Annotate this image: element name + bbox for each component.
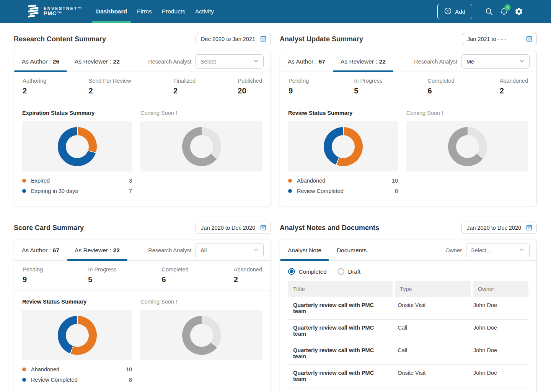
stat-pending: Pending 9 bbox=[289, 78, 309, 95]
nav-icons: 3 bbox=[484, 7, 523, 16]
radio-draft[interactable]: Draft bbox=[337, 268, 361, 275]
stat-send-for-review: Send For Review 2 bbox=[88, 78, 131, 95]
nav-item-firms[interactable]: Firms bbox=[132, 0, 157, 23]
add-button[interactable]: Add bbox=[437, 4, 472, 19]
calendar-icon[interactable] bbox=[526, 35, 533, 43]
table-row[interactable]: Quarterly review call with PMC team Call… bbox=[288, 320, 528, 342]
stat-abandoned: Abandoned 2 bbox=[234, 266, 262, 284]
tab-active-underline bbox=[67, 259, 127, 261]
research-analyst-label: Research Analyst bbox=[148, 247, 191, 253]
owner-select[interactable]: Select... bbox=[466, 243, 530, 257]
top-nav-bar: ENVESTNET™ PMC™ Dashboard Firms Products… bbox=[0, 0, 551, 23]
coming-soon-title: Coming Soon ! bbox=[140, 299, 262, 305]
calendar-icon[interactable] bbox=[260, 224, 267, 232]
tab-active-underline bbox=[14, 70, 67, 72]
tab-analyst-note[interactable]: Analyst Note bbox=[280, 240, 329, 260]
primary-nav: Dashboard Firms Products Activity bbox=[91, 0, 219, 23]
analyst-update-summary-section: Analyst Update Summary Jan 2021 to - - -… bbox=[280, 33, 537, 206]
active-tab-underline bbox=[92, 21, 131, 23]
review-status-donut bbox=[58, 316, 97, 355]
review-status-legend: Abandoned 10 Review Completed 8 bbox=[22, 360, 132, 391]
calendar-icon[interactable] bbox=[526, 224, 533, 232]
update-analyst-select[interactable]: Me bbox=[461, 54, 530, 69]
research-date-range-picker[interactable]: Dec 2020 to Jan 2021 bbox=[196, 33, 271, 45]
radio-unselected-icon[interactable] bbox=[337, 268, 344, 275]
nav-item-activity[interactable]: Activity bbox=[190, 0, 219, 23]
review-status-chart bbox=[22, 310, 132, 360]
analyst-update-summary-card: As Author : 67 As Reviewer : 22 Research… bbox=[280, 51, 537, 206]
coming-soon-donut bbox=[182, 127, 221, 166]
donut-hole bbox=[332, 135, 355, 158]
research-analyst-label: Research Analyst bbox=[414, 59, 457, 65]
stat-published: Published 20 bbox=[238, 78, 262, 95]
stat-in-progress: In Progress 5 bbox=[354, 78, 382, 95]
coming-soon-donut bbox=[182, 316, 221, 355]
nav-item-products[interactable]: Products bbox=[157, 0, 190, 23]
tab-score-as-author[interactable]: As Author : 67 bbox=[14, 240, 67, 260]
stat-in-progress: In Progress 5 bbox=[88, 266, 116, 284]
analyst-update-date-range-picker[interactable]: Jan 2021 to - - - bbox=[462, 33, 537, 45]
brand-text: ENVESTNET™ PMC™ bbox=[44, 6, 83, 16]
research-analyst-label: Research Analyst bbox=[148, 59, 191, 65]
legend-dot-orange bbox=[288, 179, 292, 183]
plus-circle-icon bbox=[444, 7, 452, 16]
settings-gear-icon[interactable] bbox=[514, 7, 523, 16]
expiration-status-legend: Expired 3 Expiring in 30 days 7 bbox=[22, 172, 132, 202]
score-analyst-select[interactable]: All bbox=[196, 243, 264, 257]
table-row[interactable]: Quarterly review call with PMC team Onsi… bbox=[288, 387, 528, 392]
tab-documents[interactable]: Documents bbox=[329, 240, 374, 260]
legend-item-expiring-30-days: Expiring in 30 days 7 bbox=[22, 188, 132, 194]
legend-dot-blue bbox=[22, 378, 26, 382]
research-content-summary-section: Research Content Summary Dec 2020 to Jan… bbox=[14, 33, 271, 206]
legend-item-review-completed: Review Completed 8 bbox=[22, 377, 132, 383]
review-status-donut bbox=[324, 127, 363, 166]
notification-count-badge: 3 bbox=[504, 4, 511, 11]
update-stats-row: Pending 9 In Progress 5 Completed 6 Aban… bbox=[280, 72, 536, 102]
legend-dot-blue bbox=[22, 189, 26, 193]
stat-abandoned: Abandoned 2 bbox=[500, 78, 528, 95]
tab-active-underline bbox=[333, 70, 393, 72]
chevron-down-icon bbox=[519, 247, 525, 253]
score-card-date-range-picker[interactable]: Jan 2020 to Dec 2020 bbox=[196, 222, 271, 234]
tab-research-as-reviewer[interactable]: As Reviewer : 22 bbox=[67, 51, 127, 72]
calendar-icon[interactable] bbox=[260, 35, 267, 43]
nav-item-dashboard[interactable]: Dashboard bbox=[91, 0, 132, 23]
legend-dot-orange bbox=[22, 368, 26, 371]
analyst-notes-date-range-picker[interactable]: Jan 2020 to Dec 2020 bbox=[461, 222, 537, 234]
table-header-row: Tittle Type Owner bbox=[288, 281, 528, 297]
note-status-radio-group: Completed Draft bbox=[280, 261, 536, 281]
stat-finalized: Finalized 2 bbox=[173, 78, 196, 95]
donut-hole bbox=[190, 324, 213, 347]
table-row[interactable]: Quarterly review call with PMC team Onsi… bbox=[288, 297, 528, 320]
tab-active-underline bbox=[280, 259, 329, 261]
donut-hole bbox=[66, 135, 89, 158]
radio-selected-icon[interactable] bbox=[288, 268, 295, 275]
research-analyst-select[interactable]: Select bbox=[196, 54, 264, 69]
chevron-down-icon bbox=[253, 58, 259, 65]
expiration-status-donut bbox=[58, 127, 97, 166]
search-icon[interactable] bbox=[484, 7, 494, 16]
tab-update-as-author[interactable]: As Author : 67 bbox=[280, 51, 333, 72]
brand-line-pmc: PMC™ bbox=[44, 11, 83, 16]
radio-completed[interactable]: Completed bbox=[288, 268, 327, 275]
donut-hole bbox=[456, 135, 479, 158]
legend-item-review-completed: Review Completed 8 bbox=[288, 188, 398, 194]
tab-update-as-reviewer[interactable]: As Reviewer : 22 bbox=[333, 51, 393, 72]
section-title-analyst-notes: Analyst Notes and Documents bbox=[280, 224, 379, 232]
notifications-bell-icon[interactable]: 3 bbox=[499, 7, 509, 16]
stat-completed: Completed 6 bbox=[428, 78, 455, 95]
score-card-summary-section: Score Card Summary Jan 2020 to Dec 2020 … bbox=[14, 222, 271, 392]
coming-soon-title: Coming Soon ! bbox=[140, 110, 262, 116]
research-stats-row: Authoring 2 Send For Review 2 Finalized … bbox=[14, 72, 271, 102]
tab-research-as-author[interactable]: As Author : 26 bbox=[14, 51, 67, 72]
coming-soon-donut bbox=[448, 127, 487, 166]
column-header-title: Tittle bbox=[288, 281, 393, 297]
table-row[interactable]: Quarterly review call with PMC team Onsi… bbox=[288, 365, 528, 387]
tab-score-as-reviewer[interactable]: As Reviewer : 22 bbox=[67, 240, 127, 260]
chevron-down-icon bbox=[519, 58, 525, 65]
table-row[interactable]: Quarterly review call with PMC team Call… bbox=[288, 342, 528, 365]
stat-authoring: Authoring 2 bbox=[23, 78, 46, 95]
legend-item-expired: Expired 3 bbox=[22, 178, 132, 184]
review-status-legend: Abandoned 10 Review Completed 8 bbox=[288, 172, 398, 202]
review-status-chart-title: Review Status Summary bbox=[22, 299, 132, 305]
